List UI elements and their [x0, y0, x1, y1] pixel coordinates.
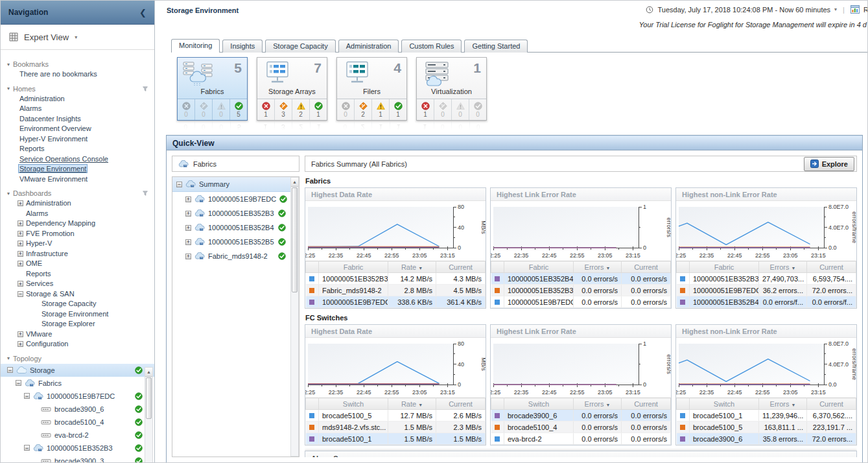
nav-item-reports[interactable]: Reports	[1, 144, 154, 154]
column-header-rate[interactable]: Rate▼	[388, 261, 436, 273]
topology-node-100000051eb352b3[interactable]: −100000051EB352B3	[1, 442, 154, 455]
homes-section-header[interactable]: ▾ Homes	[1, 84, 154, 94]
tab-storage-capacity[interactable]: Storage Capacity	[265, 40, 335, 53]
fabric-tree-item-100000051eb352b3[interactable]: +100000051EB352B3	[172, 206, 299, 220]
table-row[interactable]: eva-brcd-20.0 errors/s0.0 errors/s	[491, 433, 671, 445]
tab-monitoring[interactable]: Monitoring	[171, 39, 220, 53]
table-row[interactable]: brocade5100_11.5 MB/s1.5 MB/s	[306, 433, 486, 445]
nav-item-vmware-environment[interactable]: VMware Environment	[1, 174, 154, 185]
table-row[interactable]: 100000051E9B7EDC0.0 errors/s0.0 errors/s	[491, 296, 671, 308]
expander-icon[interactable]: −	[18, 291, 23, 297]
nav-item-fve-promotion[interactable]: +FVE Promotion	[1, 229, 154, 239]
expander-icon[interactable]: −	[7, 367, 13, 373]
column-header-fabric[interactable]: Fabric	[319, 261, 388, 273]
expander-icon[interactable]: +	[18, 251, 23, 257]
column-header-current[interactable]: Current	[807, 261, 856, 273]
expander-icon[interactable]: +	[18, 241, 23, 246]
topology-node-100000051e9b7edc[interactable]: −100000051E9B7EDC	[1, 390, 154, 403]
collapse-panel-icon[interactable]: ❮	[139, 8, 147, 18]
view-switcher[interactable]: Expert View ▾	[1, 25, 154, 50]
expander-icon[interactable]: +	[18, 200, 23, 206]
nav-item-alarms[interactable]: Alarms	[1, 104, 154, 114]
table-row[interactable]: 100000051E9B7EDC36.2 errors...72.0 error…	[677, 285, 856, 296]
column-header-switch[interactable]: Switch	[319, 398, 388, 410]
topology-node-brocade3900-3[interactable]: brocade3900_3	[1, 455, 154, 463]
column-header-switch[interactable]: Switch	[504, 398, 574, 410]
column-header-current[interactable]: Current	[622, 261, 671, 273]
nav-item-storage-environment[interactable]: Storage Environment	[1, 309, 154, 320]
tree-scrollbar[interactable]: ▲	[290, 177, 299, 457]
nav-item-storage-explorer[interactable]: Storage Explorer	[1, 319, 154, 329]
column-header-fabric[interactable]: Fabric	[504, 261, 574, 273]
expander-icon[interactable]: −	[16, 380, 21, 386]
expander-icon[interactable]: −	[24, 393, 30, 399]
expander-icon[interactable]: −	[24, 445, 30, 451]
table-row[interactable]: brocade5100_5163,811.1 ...223,191.7 ...	[677, 421, 856, 433]
topology-scrollbar[interactable]: ▲	[145, 367, 153, 463]
expander-icon[interactable]: +	[18, 281, 23, 287]
expander-icon[interactable]: +	[18, 261, 23, 267]
nav-item-storage-capacity[interactable]: Storage Capacity	[1, 299, 154, 309]
reports-icon[interactable]	[850, 5, 860, 14]
tile-filers[interactable]: 4Filers0211	[336, 57, 407, 121]
topology-node-brocade5100-4[interactable]: brocade5100_4	[1, 416, 154, 429]
scrollbar-thumb[interactable]	[146, 377, 152, 419]
tab-insights[interactable]: Insights	[222, 40, 263, 53]
scroll-up-icon[interactable]: ▲	[291, 178, 298, 187]
table-row[interactable]: 100000051EB352B40.0 errors/s0.0 errors/s	[491, 273, 671, 285]
nav-item-vmware[interactable]: +VMware	[1, 329, 154, 340]
column-header-current[interactable]: Current	[807, 398, 856, 410]
nav-item-administration[interactable]: +Administration	[1, 198, 154, 209]
nav-item-configuration[interactable]: +Configuration	[1, 339, 154, 350]
bookmarks-section-header[interactable]: ▾ Bookmarks	[1, 59, 154, 69]
time-range-text[interactable]: Tuesday, July 17, 2018 10:24:08 PM - Now…	[657, 6, 830, 14]
table-row[interactable]: brocade5100_111,239,946...6,370,562....	[677, 410, 856, 421]
nav-item-alarms[interactable]: Alarms	[1, 209, 154, 219]
topology-node-storage[interactable]: −Storage	[1, 364, 154, 377]
nav-item-service-operations-console[interactable]: Service Operations Console	[1, 154, 154, 165]
column-header-current[interactable]: Current	[436, 261, 486, 273]
table-row[interactable]: 100000051E9B7EDC338.6 KB/s361.4 KB/s	[306, 296, 486, 308]
nav-item-storage-environment[interactable]: Storage Environment	[1, 164, 154, 174]
tab-getting-started[interactable]: Getting Started	[464, 40, 528, 53]
nav-item-reports[interactable]: Reports	[1, 269, 154, 279]
expander-icon[interactable]: +	[185, 225, 191, 231]
expander-icon[interactable]: +	[185, 254, 191, 259]
column-header-rate[interactable]: Rate▼	[388, 398, 436, 410]
topology-node-eva-brcd-2[interactable]: eva-brcd-2	[1, 429, 154, 442]
column-header-current[interactable]: Current	[622, 398, 671, 410]
table-row[interactable]: 100000051EB352B40.0 errors/f...0.0 error…	[677, 296, 856, 308]
column-header-errors[interactable]: Errors▼	[574, 398, 622, 410]
column-header-errors[interactable]: Errors▼	[574, 261, 622, 273]
table-row[interactable]: brocade5100_40.0 errors/s0.0 errors/s	[491, 421, 671, 433]
nav-item-dependency-mapping[interactable]: +Dependency Mapping	[1, 219, 154, 229]
reports-link[interactable]: Re	[863, 6, 868, 14]
table-row[interactable]: 100000051EB352B30.0 errors/s0.0 errors/s	[491, 285, 671, 296]
tile-fabrics[interactable]: 5Fabrics0005	[177, 57, 248, 121]
topology-node-fabrics[interactable]: −Fabrics	[1, 377, 154, 390]
tab-custom-rules[interactable]: Custom Rules	[401, 40, 462, 53]
expander-icon[interactable]: +	[18, 331, 23, 337]
expander-icon[interactable]: +	[185, 211, 191, 217]
column-header-errors[interactable]: Errors▼	[759, 398, 807, 410]
expander-icon[interactable]: +	[18, 231, 23, 237]
expander-icon[interactable]: +	[18, 341, 23, 347]
expander-icon[interactable]: +	[18, 220, 23, 226]
expander-icon[interactable]: −	[176, 182, 182, 187]
nav-item-hyper-v[interactable]: +Hyper-V	[1, 239, 154, 249]
nav-item-datacenter-insights[interactable]: Datacenter Insights	[1, 114, 154, 125]
nav-item-administration[interactable]: Administration	[1, 94, 154, 104]
topology-node-brocade3900-6[interactable]: brocade3900_6	[1, 403, 154, 416]
table-row[interactable]: brocade3900_635.8 errors...72.0 errors..…	[677, 433, 856, 445]
scroll-up-icon[interactable]: ▲	[145, 368, 152, 377]
table-row[interactable]: brocade3900_60.0 errors/s0.0 errors/s	[491, 410, 671, 421]
fabric-tree-item-100000051e9b7edc[interactable]: +100000051E9B7EDC	[172, 192, 299, 206]
table-row[interactable]: brocade5100_512.7 MB/s2.6 MB/s	[306, 410, 486, 421]
explore-button[interactable]: Explore	[804, 157, 854, 171]
topology-section-header[interactable]: ▾ Topology	[1, 353, 154, 364]
nav-item-storage-san[interactable]: −Storage & SAN	[1, 289, 154, 300]
nav-item-infrastructure[interactable]: +Infrastructure	[1, 249, 154, 259]
fabric-tree-item-100000051eb352b4[interactable]: +100000051EB352B4	[172, 220, 299, 235]
nav-item-hyper-v-environment[interactable]: Hyper-V Environment	[1, 134, 154, 145]
expander-icon[interactable]: +	[185, 239, 191, 245]
